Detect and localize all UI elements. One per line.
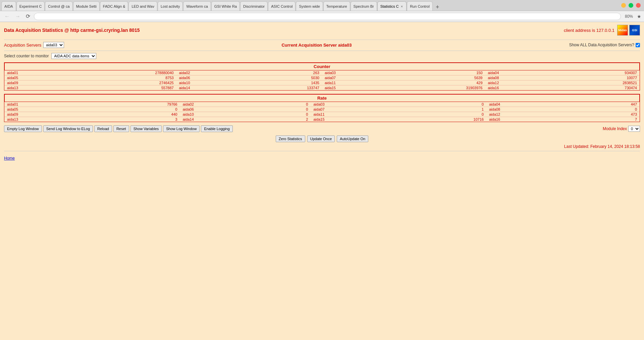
close-button[interactable] <box>636 3 641 8</box>
tab-module[interactable]: Module Setti <box>73 1 100 11</box>
table-row: aida13557887aida14133747aida1531903976ai… <box>4 86 640 91</box>
show-log-button[interactable]: Show Log Window <box>163 125 200 132</box>
tab-asic[interactable]: ASIC Control <box>268 1 296 11</box>
data-label-cell: aida12 <box>485 80 555 86</box>
table-row: aida01278880040aida02263aida03150aida049… <box>4 70 640 75</box>
tab-statistics[interactable]: Statistics C× <box>377 1 407 11</box>
home-link[interactable]: Home <box>4 156 15 161</box>
data-label-cell: aida07 <box>311 107 401 112</box>
table-row: aida050aida060aida071aida080 <box>4 107 640 112</box>
counter-dropdown[interactable]: AIDA ADC data items <box>51 53 96 59</box>
tab-system[interactable]: System wide <box>296 1 323 11</box>
data-label-cell: aida15 <box>322 86 392 91</box>
nav-bar: ← → ⟳ localhost:8015/DataAcquisitionCont… <box>0 11 644 22</box>
reset-button[interactable]: Reset <box>113 125 129 132</box>
data-label-cell: aida01 <box>4 70 74 75</box>
tab-temperature[interactable]: Temperature <box>323 1 350 11</box>
button-row: Empty Log Window Send Log Window to ELog… <box>4 125 640 132</box>
gsi-logo: GSI <box>629 25 640 36</box>
tab-waveform[interactable]: Waveform ca <box>183 1 211 11</box>
add-tab-button[interactable]: + <box>433 4 442 11</box>
midas-logo: Midas <box>617 25 628 36</box>
forward-button[interactable]: → <box>13 13 22 20</box>
tab-label-runcontrol: Run Control <box>410 4 430 8</box>
footer-separator <box>4 151 640 151</box>
bookmark-icon[interactable]: ★ <box>637 14 641 19</box>
zero-statistics-button[interactable]: Zero Statistics <box>276 135 305 142</box>
data-label-cell: aida14 <box>180 117 270 122</box>
tab-experiment[interactable]: Experiment C <box>16 1 45 11</box>
logo-area: Midas GSI <box>617 25 640 36</box>
data-value-cell: 79766 <box>95 102 180 107</box>
module-index-label: Module Index <box>603 126 627 131</box>
tab-label-control: Control @ ca <box>48 4 69 8</box>
data-value-cell: 730474 <box>555 86 640 91</box>
data-label-cell: aida16 <box>486 117 577 122</box>
tab-discriminator[interactable]: Discriminator <box>240 1 268 11</box>
back-button[interactable]: ← <box>3 13 11 20</box>
data-label-cell: aida04 <box>486 102 577 107</box>
data-value-cell: 0 <box>95 107 180 112</box>
data-label-cell: aida11 <box>311 112 401 117</box>
data-value-cell: 7 <box>577 117 640 122</box>
data-label-cell: aida02 <box>180 102 270 107</box>
data-label-cell: aida06 <box>180 107 270 112</box>
auto-update-button[interactable]: AutoUpdate On <box>337 135 368 142</box>
data-value-cell: 0 <box>401 102 486 107</box>
maximize-button[interactable] <box>629 3 633 8</box>
page-title: Data Acquisition Statistics @ http carme… <box>4 27 140 33</box>
tab-label-waveform: Waveform ca <box>186 4 208 8</box>
data-label-cell: aida08 <box>486 107 577 112</box>
rate-table: Rate aida0179766aida020aida030aida04447a… <box>4 94 640 122</box>
minimize-button[interactable] <box>621 3 626 8</box>
data-value-cell: 0 <box>270 102 311 107</box>
tab-control[interactable]: Control @ ca <box>45 1 72 11</box>
module-index-select[interactable]: 0 <box>628 126 640 132</box>
tab-label-discriminator: Discriminator <box>243 4 265 8</box>
tab-gsi[interactable]: GSI White Ra <box>211 1 240 11</box>
tab-runcontrol[interactable]: Run Control <box>407 1 433 11</box>
server-dropdown[interactable]: aida03 <box>43 42 64 48</box>
data-label-cell: aida05 <box>4 75 74 80</box>
reload-button[interactable]: Reload <box>94 125 112 132</box>
reload-nav-button[interactable]: ⟳ <box>24 12 32 20</box>
tab-led[interactable]: LED and Wav <box>128 1 157 11</box>
data-value-cell: 1 <box>401 107 486 112</box>
empty-log-button[interactable]: Empty Log Window <box>4 125 42 132</box>
send-log-button[interactable]: Send Log Window to ELog <box>43 125 93 132</box>
data-value-cell: 934007 <box>555 70 640 75</box>
tab-spectrum[interactable]: Spectrum Br <box>351 1 377 11</box>
browser-chrome: AIDAExperiment CControl @ caModule Setti… <box>0 0 644 22</box>
data-value-cell: 278880040 <box>74 70 176 75</box>
table-row: aida092746425aida101435aida11429aida1228… <box>4 80 640 86</box>
data-value-cell: 10716 <box>401 117 486 122</box>
data-value-cell: 133747 <box>247 86 322 91</box>
data-label-cell: aida16 <box>485 86 555 91</box>
counter-data-grid: aida01278880040aida02263aida03150aida049… <box>4 70 640 90</box>
update-once-button[interactable]: Update Once <box>307 135 335 142</box>
data-label-cell: aida09 <box>4 112 95 117</box>
data-label-cell: aida10 <box>176 80 247 86</box>
data-label-cell: aida03 <box>311 102 401 107</box>
tab-aida[interactable]: AIDA <box>1 1 16 11</box>
tab-label-lost: Lost activity <box>161 4 180 8</box>
show-all-checkbox[interactable] <box>636 43 640 47</box>
enable-logging-button[interactable]: Enable Logging <box>201 125 232 132</box>
tab-close-statistics[interactable]: × <box>400 4 404 8</box>
show-variables-button[interactable]: Show Variables <box>130 125 162 132</box>
data-value-cell: 5639 <box>392 75 485 80</box>
tab-fadc[interactable]: FADC Align & <box>100 1 128 11</box>
tab-label-gsi: GSI White Ra <box>214 4 237 8</box>
address-bar[interactable]: localhost:8015/DataAcquisitionControl/Da… <box>34 13 621 20</box>
data-value-cell: 31903976 <box>392 86 485 91</box>
counter-section-header: Counter <box>4 63 640 70</box>
rate-section-header: Rate <box>4 94 640 102</box>
rate-data-grid: aida0179766aida020aida030aida04447aida05… <box>4 102 640 122</box>
window-controls <box>618 0 644 11</box>
table-row: aida0179766aida020aida030aida04447 <box>4 102 640 107</box>
tab-lost[interactable]: Lost activity <box>158 1 183 11</box>
center-buttons: Zero Statistics Update Once AutoUpdate O… <box>4 135 640 142</box>
last-updated: Last Updated: February 14, 2024 18:13:58 <box>4 144 640 149</box>
data-label-cell: aida05 <box>4 107 95 112</box>
data-value-cell: 2 <box>270 117 311 122</box>
